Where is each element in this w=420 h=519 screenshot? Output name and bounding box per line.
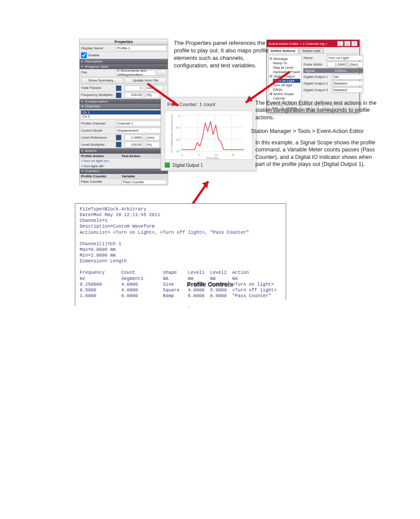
profile-controls-figure: Properties Display Name: Profile-1 Enabl… (26, 13, 394, 277)
pass-counter-meter: Pass Counter: 1 count (165, 100, 253, 110)
file-browse-button[interactable]: ... (158, 70, 166, 76)
profile-channel-field[interactable]: Channel 1 (116, 121, 166, 126)
annotation-path: Station Manager > Tools > Event-Action E… (251, 128, 379, 135)
minimize-icon[interactable]: _ (337, 41, 343, 46)
maximize-icon[interactable]: ▢ (344, 41, 350, 46)
eae-signal-head: Signal (303, 68, 333, 73)
scope-view: Pass Counter: 1 count 5 4.2 3.3 2.5 0 5 … (161, 97, 257, 171)
y-tick: 4.2 (176, 126, 180, 129)
actions-row[interactable]: <Turn on light on> (80, 158, 168, 164)
level-mult-unit[interactable]: (%) (145, 142, 160, 147)
eae-name-field[interactable]: Turn on Light (327, 55, 363, 61)
svg-marker-10 (202, 181, 208, 188)
counters-head-1: Profile Counter (81, 174, 121, 179)
scope-trace (181, 121, 244, 150)
channels-section[interactable]: ▾Channels (80, 104, 168, 109)
level-ref-field[interactable]: 1.0000 (125, 135, 143, 140)
total-passes-label: Total Passes: (81, 86, 114, 90)
level-ref-unit[interactable]: (mm) (145, 135, 160, 140)
profile-channel-label: Profile Channel: (81, 121, 114, 126)
eae-name-label: Name (303, 56, 325, 60)
enable-label: Enable (88, 53, 99, 58)
actions-section[interactable]: ▾Actions (80, 148, 168, 154)
eae-pulsewidth-field[interactable]: 1.0000 (327, 62, 347, 67)
close-icon[interactable]: × (351, 41, 357, 46)
properties-panel: Properties Display Name: Profile-1 Enabl… (79, 39, 168, 185)
display-name-field[interactable]: Profile-1 (116, 45, 166, 51)
eae-pulsewidth-label: Pulse Width (303, 63, 325, 66)
lock-icon[interactable] (116, 135, 122, 140)
lock-icon[interactable] (116, 85, 122, 91)
display-name-label: Display Name: (81, 46, 114, 51)
show-summary-button[interactable]: Show Summary... (81, 77, 123, 84)
x-tick: 0 (181, 154, 183, 156)
eae-options-head: Options (333, 68, 363, 73)
annotation-eae: The Event Action Editor defines test act… (255, 99, 379, 121)
figure-caption: Profile Controls (26, 281, 394, 288)
actions-head-1: Profile Action (81, 154, 121, 158)
channel-row-2[interactable]: Ch 2 (81, 114, 166, 119)
y-tick: 5 (178, 115, 180, 118)
eae-pulsewidth-unit[interactable]: (Sec) (348, 62, 363, 67)
eae-signal-row[interactable]: Digital Output 1 Set (303, 74, 363, 80)
enable-checkbox[interactable] (81, 52, 87, 58)
eae-title: Event-Action Editor < 2 Channel.cfg > (269, 42, 328, 46)
x-tick: 10 (215, 154, 218, 156)
x-tick: 5 (198, 154, 200, 156)
annotation-properties: The Properties panel references the prof… (174, 40, 275, 70)
legend-label: Digital Output 1 (173, 163, 203, 168)
compensation-section[interactable]: ▸Compensation (80, 99, 168, 104)
freq-mult-field[interactable]: 100.00 (125, 92, 143, 98)
level-ref-label: Level Reference: (81, 136, 114, 140)
profile-file-snippet: FileType=Block-Arbitrary Date=Mon May 20… (75, 203, 286, 307)
counters-head-2: Variable (122, 174, 166, 179)
eae-signal-row[interactable]: Digital Output 3 Disabled (303, 87, 363, 93)
eae-signal-row[interactable]: Digital Output 2 Disabled (303, 81, 363, 86)
counters-section[interactable]: ▾Counters (80, 169, 168, 174)
actions-head-2: Test Action (122, 154, 166, 158)
x-tick: 15 (232, 154, 235, 156)
control-mode-field[interactable]: Displacement (116, 128, 166, 133)
scope-legend: Digital Output 1 (165, 160, 253, 168)
y-tick: 2.5 (176, 150, 180, 153)
freq-mult-label: Frequency Multiplier: (81, 93, 114, 97)
x-axis-label: Time (Sec) (206, 157, 219, 159)
channel-row-1[interactable]: Ch 1 (81, 110, 166, 115)
signal-scope-plot: 5 4.2 3.3 2.5 0 5 10 15 Time (Sec) Ch 1 … (165, 110, 253, 160)
file-label: File: (81, 70, 114, 75)
control-mode-label: Control Mode: (81, 129, 114, 133)
file-field[interactable]: C:\Documents and Settings\moitem... (116, 70, 156, 76)
total-passes-unit[interactable]: count (145, 85, 163, 91)
tree-selected: Turn on Light (273, 79, 300, 83)
freq-mult-unit[interactable]: (%) (145, 92, 160, 98)
total-passes-field[interactable]: 1 (125, 85, 143, 91)
lock-icon[interactable] (116, 142, 122, 147)
y-tick: 3.3 (176, 138, 180, 141)
properties-title: Properties (80, 39, 168, 45)
annotation-example: In this example, a Signal Scope shows th… (255, 139, 379, 168)
update-from-file-button[interactable]: Update from File (125, 77, 167, 84)
level-mult-field[interactable]: 100.00 (125, 142, 143, 147)
lock-icon[interactable] (116, 92, 122, 98)
tab-action-lists[interactable]: Action Lists (299, 48, 324, 53)
y-axis-label: Ch 1 Displacement Command (mm) (170, 114, 173, 153)
legend-swatch (165, 162, 170, 168)
counters-row[interactable]: Pass Counter Pass Counter (80, 179, 168, 185)
actions-row[interactable]: <Turn light off> (80, 164, 168, 169)
description-section[interactable]: ▸Description (80, 59, 168, 64)
level-mult-label: Level Multiplier: (81, 143, 114, 147)
